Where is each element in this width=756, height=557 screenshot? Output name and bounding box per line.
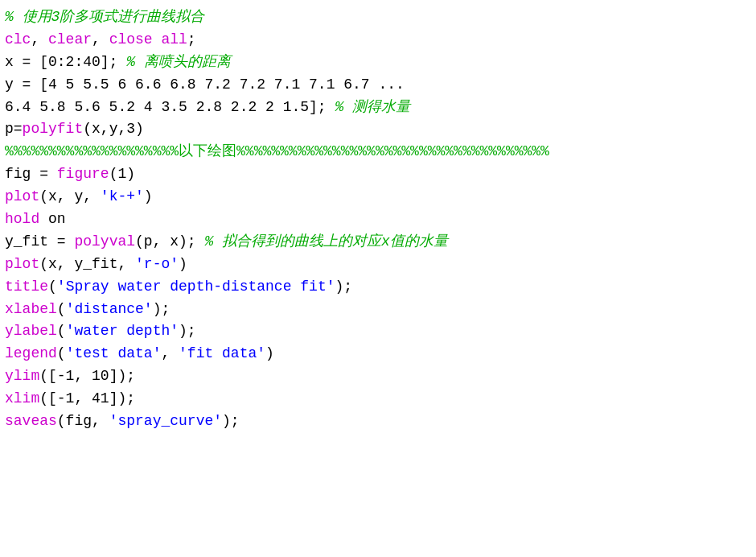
code-token: plot	[5, 256, 39, 272]
code-line: % 使用3阶多项式进行曲线拟合	[5, 6, 751, 29]
code-token: ([-1, 41]);	[39, 390, 135, 406]
code-token: ,	[31, 31, 48, 47]
code-token: polyfit	[23, 121, 84, 137]
code-token: % 使用3阶多项式进行曲线拟合	[5, 9, 204, 25]
code-token: figure	[57, 166, 109, 182]
code-line: ylim([-1, 10]);	[5, 365, 751, 388]
code-token: %%%%%%%%%%%%%%%%%%%%%%%%%%%%%%%%%%%%	[236, 143, 549, 159]
code-line: hold on	[5, 208, 751, 231]
code-token: ([-1, 10]);	[39, 368, 135, 384]
code-token: )	[265, 345, 274, 361]
code-token: 'fit data'	[179, 345, 265, 361]
code-token: (x,y,3)	[83, 121, 144, 137]
code-token: legend	[5, 345, 57, 361]
code-line: ylabel('water depth');	[5, 320, 751, 343]
code-token: % 拟合得到的曲线上的对应x值的水量	[204, 233, 447, 250]
code-line: y = [4 5 5.5 6 6.6 6.8 7.2 7.2 7.1 7.1 6…	[5, 74, 751, 97]
code-token: );	[335, 278, 352, 295]
code-token: );	[153, 301, 171, 317]
code-line: 6.4 5.8 5.6 5.2 4 3.5 2.8 2.2 2 1.5]; % …	[5, 97, 751, 119]
code-line: plot(x, y, 'k-+')	[5, 186, 751, 208]
code-token: close all	[109, 31, 187, 47]
code-token: ;	[187, 31, 196, 47]
code-line: plot(x, y_fit, 'r-o')	[5, 254, 751, 276]
code-token: clear	[48, 31, 92, 47]
code-token: (p, x);	[135, 233, 204, 250]
code-token: )	[179, 256, 187, 272]
code-token: 以下绘图	[179, 143, 236, 159]
code-token: )	[144, 188, 153, 204]
code-token: );	[222, 413, 240, 429]
code-line: y_fit = polyval(p, x); % 拟合得到的曲线上的对应x值的水…	[5, 231, 751, 254]
code-token: plot	[5, 188, 39, 204]
code-line: p=polyfit(x,y,3)	[5, 118, 751, 141]
code-line: saveas(fig, 'spray_curve');	[5, 411, 751, 433]
code-editor: % 使用3阶多项式进行曲线拟合clc, clear, close all;x =…	[5, 6, 751, 433]
code-token: %%%%%%%%%%%%%%%%%%%%	[5, 143, 179, 159]
code-token: );	[179, 323, 196, 339]
code-token: % 离喷头的距离	[126, 54, 231, 70]
code-token: x = [0:2:40];	[5, 54, 126, 70]
code-token: ylim	[5, 368, 39, 384]
code-line: xlim([-1, 41]);	[5, 388, 751, 411]
code-line: fig = figure(1)	[5, 163, 751, 186]
code-token: (	[57, 301, 66, 317]
code-token: ,	[161, 345, 179, 361]
code-token: fig =	[5, 166, 57, 182]
code-token: clc	[5, 31, 31, 47]
code-token: ,	[92, 31, 109, 47]
code-token: 'r-o'	[135, 256, 179, 272]
code-token: (fig,	[57, 413, 109, 429]
code-token: (x, y_fit,	[39, 256, 135, 272]
code-token: (	[57, 345, 66, 361]
code-token: 'water depth'	[66, 323, 179, 339]
code-token: saveas	[5, 413, 57, 429]
code-token: polyval	[74, 233, 135, 250]
code-token: on	[39, 211, 65, 227]
code-token: xlabel	[5, 301, 57, 317]
code-token: (x, y,	[39, 188, 101, 204]
code-token: 'test data'	[66, 345, 162, 361]
code-token: y_fit =	[5, 233, 74, 250]
code-token: 'Spray water depth-distance fit'	[57, 278, 335, 295]
code-token: ylabel	[5, 323, 57, 339]
code-token: (	[48, 278, 57, 295]
code-token: xlim	[5, 390, 39, 406]
code-token: y = [4 5 5.5 6 6.6 6.8 7.2 7.2 7.1 7.1 6…	[5, 76, 405, 93]
code-token: title	[5, 278, 48, 295]
code-line: xlabel('distance');	[5, 299, 751, 321]
code-line: x = [0:2:40]; % 离喷头的距离	[5, 52, 751, 74]
code-token: % 测得水量	[335, 99, 410, 115]
code-token: (	[57, 323, 66, 339]
code-line: clc, clear, close all;	[5, 29, 751, 52]
code-token: 6.4 5.8 5.6 5.2 4 3.5 2.8 2.2 2 1.5];	[5, 99, 335, 115]
code-token: hold	[5, 211, 39, 227]
code-line: title('Spray water depth-distance fit');	[5, 276, 751, 299]
code-line: %%%%%%%%%%%%%%%%%%%%以下绘图%%%%%%%%%%%%%%%%…	[5, 141, 751, 163]
code-token: 'spray_curve'	[109, 413, 222, 429]
code-line: legend('test data', 'fit data')	[5, 343, 751, 365]
code-token: p=	[5, 121, 23, 137]
code-token: 'distance'	[66, 301, 153, 317]
code-token: 'k-+'	[101, 188, 144, 204]
code-token: (1)	[109, 166, 135, 182]
